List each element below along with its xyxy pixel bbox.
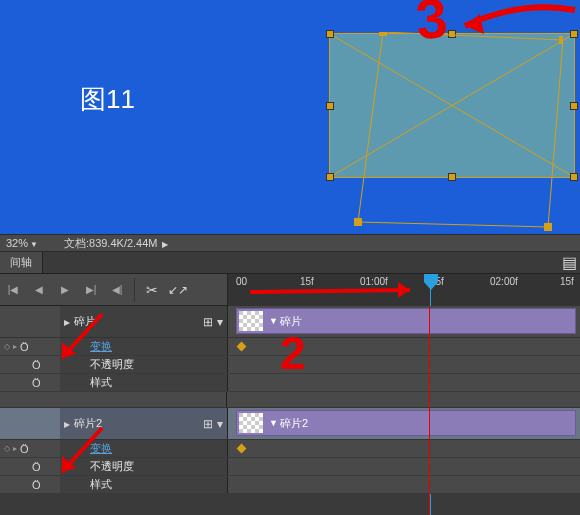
disclosure-triangle-icon[interactable]: ▼: [269, 316, 278, 326]
property-track[interactable]: [227, 440, 580, 457]
property-track[interactable]: [227, 458, 580, 475]
keyframe-marker[interactable]: [237, 444, 247, 454]
annotation-red-line: [429, 306, 430, 515]
status-bar: 32%▼ 文档:839.4K/2.44M▶: [0, 234, 580, 252]
annotation-arrow-layer2: [52, 426, 112, 486]
chevron-down-icon[interactable]: ▾: [217, 417, 223, 431]
selection-diagonals: [330, 34, 574, 177]
svg-line-9: [250, 290, 410, 292]
ruler-tick: 02:00f: [490, 276, 518, 287]
clip-label: 碎片2: [280, 416, 308, 431]
next-frame-button[interactable]: ▶|: [78, 280, 104, 300]
timeline-tab[interactable]: 间轴: [0, 252, 43, 273]
canvas-area[interactable]: 图11 3: [0, 0, 580, 234]
clip-thumbnail: [239, 413, 263, 433]
chevron-right-icon: ▶: [162, 240, 168, 249]
play-button[interactable]: ▶: [52, 280, 78, 300]
annotation-arrow-ruler: [250, 282, 430, 302]
video-clip[interactable]: ▼ 碎片2: [236, 410, 576, 436]
svg-rect-6: [354, 218, 362, 226]
stopwatch-icon[interactable]: Ö: [32, 359, 41, 371]
resize-handle-br[interactable]: [570, 173, 578, 181]
chevron-down-icon[interactable]: ▾: [217, 315, 223, 329]
ruler-tick: 00: [236, 276, 247, 287]
stopwatch-icon[interactable]: Ö: [32, 479, 41, 491]
resize-handle-l[interactable]: [326, 102, 334, 110]
keyframe-nav: ◇ ▸ Ö: [0, 338, 60, 355]
go-to-last-frame-button[interactable]: ◀|: [104, 280, 130, 300]
panel-menu-icon[interactable]: ▤: [558, 252, 580, 273]
property-name: 样式: [90, 375, 112, 390]
chevron-down-icon: ▼: [30, 240, 38, 249]
prev-frame-button[interactable]: ◀: [26, 280, 52, 300]
stopwatch-icon[interactable]: Ö: [32, 377, 41, 389]
film-icon[interactable]: ⊞: [203, 417, 213, 431]
resize-handle-bl[interactable]: [326, 173, 334, 181]
spacer-row: [0, 392, 580, 408]
layer-left-gutter: [0, 408, 60, 439]
annotation-arrow-layer1: [52, 312, 112, 372]
property-track[interactable]: [227, 476, 580, 493]
selection-bounding-box[interactable]: [329, 33, 575, 178]
layer-track[interactable]: ▼ 碎片2: [227, 408, 580, 439]
stopwatch-icon[interactable]: Ö: [32, 461, 41, 473]
svg-rect-5: [544, 223, 552, 231]
timeline-body: ▸ 碎片 ⊞ ▾ ▼ 碎片 ◇ ▸ Ö 变换 Ö 不透明度 Ö 样: [0, 306, 580, 494]
annotation-arrow-3: [440, 4, 580, 44]
resize-handle-b[interactable]: [448, 173, 456, 181]
keyframe-marker[interactable]: [237, 342, 247, 352]
prev-keyframe-icon[interactable]: ◇: [4, 342, 10, 351]
ruler-tick: 15f: [560, 276, 574, 287]
divider: [134, 278, 135, 302]
panel-tab-bar: 间轴 ▤: [0, 252, 580, 274]
next-keyframe-icon[interactable]: ▸: [13, 444, 17, 453]
prev-keyframe-icon[interactable]: ◇: [4, 444, 10, 453]
transition-button[interactable]: ↙↗: [165, 280, 191, 300]
disclosure-triangle-icon[interactable]: ▼: [269, 418, 278, 428]
keyframe-nav: ◇ ▸ Ö: [0, 440, 60, 457]
stopwatch-icon[interactable]: Ö: [20, 341, 29, 353]
film-icon[interactable]: ⊞: [203, 315, 213, 329]
resize-handle-tl[interactable]: [326, 30, 334, 38]
resize-handle-r[interactable]: [570, 102, 578, 110]
annotation-number-2: 2: [280, 326, 306, 380]
split-clip-button[interactable]: ✂: [139, 280, 165, 300]
zoom-level[interactable]: 32%▼: [0, 237, 44, 249]
clip-thumbnail: [239, 311, 263, 331]
document-info[interactable]: 文档:839.4K/2.44M▶: [64, 236, 168, 251]
stopwatch-icon[interactable]: Ö: [20, 443, 29, 455]
svg-marker-10: [398, 282, 410, 298]
canvas-label: 图11: [80, 82, 135, 117]
layer-left-gutter: [0, 306, 60, 337]
go-to-first-frame-button[interactable]: |◀: [0, 280, 26, 300]
next-keyframe-icon[interactable]: ▸: [13, 342, 17, 351]
